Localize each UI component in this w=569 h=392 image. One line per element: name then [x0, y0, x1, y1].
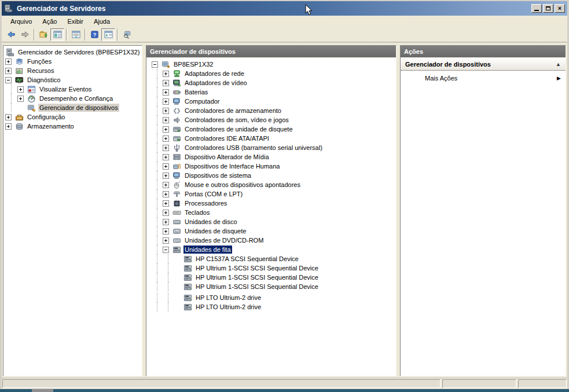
- tree-item-recursos[interactable]: Recursos: [3, 66, 142, 75]
- expander-plus-icon[interactable]: [163, 98, 169, 105]
- expander-plus-icon[interactable]: [163, 80, 169, 86]
- forward-arrow-button[interactable]: [18, 28, 32, 41]
- expander-minus-icon[interactable]: [5, 77, 12, 83]
- show-action-pane-button[interactable]: [101, 28, 115, 41]
- expander-plus-icon[interactable]: [5, 123, 12, 130]
- diagnostics-icon: [14, 75, 24, 85]
- tree-guide-line: [152, 263, 163, 273]
- tree-item-label: Desempenho e Confiança: [38, 94, 114, 102]
- tree-item-controladores-de-som-v-deo-e-jogos[interactable]: Controladores de som, vídeo e jogos: [146, 115, 396, 124]
- tree-item-controladores-ide-ata-atapi[interactable]: Controladores IDE ATA/ATAPI: [146, 134, 396, 143]
- export-list-button[interactable]: [36, 28, 50, 41]
- tree-item-processadores[interactable]: Processadores: [146, 199, 396, 208]
- expander-plus-icon[interactable]: [163, 219, 169, 225]
- title-bar[interactable]: Gerenciador de Servidores ×: [2, 1, 567, 16]
- tree-guide-line: [152, 217, 163, 226]
- tree-item-gerenciador-de-dispositivos[interactable]: Gerenciador de dispositivos: [3, 103, 142, 112]
- tree-item-controladores-usb-barramento-serial-universal[interactable]: Controladores USB (barramento serial uni…: [146, 143, 396, 152]
- expander-plus-icon[interactable]: [5, 58, 12, 65]
- expander-minus-icon[interactable]: [152, 61, 158, 68]
- show-console-tree-button[interactable]: [50, 28, 64, 41]
- new-window-button[interactable]: [120, 28, 134, 41]
- tree-item-controladores-de-unidade-de-disquete[interactable]: Controladores de unidade de disquete: [146, 124, 396, 134]
- tree-item-label: Controladores de armazenamento: [183, 107, 282, 115]
- maximize-button[interactable]: [543, 4, 553, 13]
- tree-guide-line: [152, 254, 163, 263]
- tree-item-desempenho-e-confian-a[interactable]: Desempenho e Confiança: [3, 94, 142, 103]
- expander-plus-icon[interactable]: [163, 108, 169, 114]
- tree-item-armazenamento[interactable]: Armazenamento: [3, 122, 142, 131]
- expander-plus-icon[interactable]: [17, 86, 24, 93]
- tree-item-hp-lto-ultrium-2-drive[interactable]: HP LTO Ultrium-2 drive: [146, 302, 396, 312]
- expander-minus-icon[interactable]: [163, 247, 169, 253]
- menu-acao[interactable]: Ação: [37, 17, 62, 26]
- tree-guide-line: [152, 236, 163, 245]
- tree-item-mouse-e-outros-dispositivos-apontadores[interactable]: Mouse e outros dispositivos apontadores: [146, 180, 396, 189]
- tree-item-unidades-de-disco[interactable]: Unidades de disco: [146, 217, 396, 226]
- tree-item-unidades-de-dvd-cd-rom[interactable]: Unidades de DVD/CD-ROM: [146, 236, 396, 245]
- expander-plus-icon[interactable]: [163, 200, 169, 207]
- tree-item-bp8esp1x32[interactable]: BP8ESP1X32: [146, 60, 396, 69]
- tree-item-hp-ultrium-1-scsi-scsi-sequential-device[interactable]: HP Ultrium 1-SCSI SCSI Sequential Device: [146, 273, 396, 282]
- tree-item-configura-o[interactable]: Configuração: [3, 112, 142, 122]
- action-section-title: Gerenciador de dispositivos: [405, 61, 491, 68]
- tree-item-label: Unidades de fita: [183, 246, 232, 254]
- tree-item-hp-c1537a-scsi-sequential-device[interactable]: HP C1537A SCSI Sequential Device: [146, 254, 396, 263]
- properties-window-button[interactable]: [69, 28, 83, 41]
- tree-item-gerenciador-de-servidores-bp8esp1x32[interactable]: Gerenciador de Servidores (BP8ESP1X32): [3, 47, 142, 57]
- tree-item-visualizar-eventos[interactable]: Visualizar Eventos: [3, 85, 142, 94]
- expander-plus-icon[interactable]: [163, 126, 169, 133]
- toolbar-separator: [117, 29, 118, 41]
- expander-plus-icon[interactable]: [163, 173, 169, 179]
- expander-plus-icon[interactable]: [163, 117, 169, 123]
- tree-item-portas-com-e-lpt[interactable]: Portas (COM e LPT): [146, 189, 396, 199]
- menu-ajuda[interactable]: Ajuda: [89, 17, 115, 26]
- tree-item-dispositivo-alterador-de-m-dia[interactable]: Dispositivo Alterador de Mídia: [146, 152, 396, 162]
- tree-item-teclados[interactable]: Teclados: [146, 208, 396, 217]
- tree-item-dispositivos-de-sistema[interactable]: Dispositivos de sistema: [146, 171, 396, 180]
- tree-item-label: BP8ESP1X32: [172, 60, 215, 68]
- expander-plus-icon[interactable]: [163, 163, 169, 170]
- tree-item-diagn-stico[interactable]: Diagnóstico: [3, 75, 142, 85]
- tree-item-fun-es[interactable]: Funções: [3, 57, 142, 66]
- expander-plus-icon[interactable]: [163, 71, 169, 77]
- menu-arquivo[interactable]: Arquivo: [5, 17, 37, 26]
- action-section-header[interactable]: Gerenciador de dispositivos▲: [401, 58, 566, 71]
- expander-plus-icon[interactable]: [17, 96, 24, 102]
- expander-plus-icon[interactable]: [163, 191, 169, 197]
- expander-plus-icon[interactable]: [163, 145, 169, 151]
- minimize-button[interactable]: [531, 4, 542, 13]
- toolbar-separator: [85, 29, 86, 41]
- tree-item-unidades-de-fita[interactable]: Unidades de fita: [146, 245, 396, 254]
- expander-plus-icon[interactable]: [163, 182, 169, 188]
- tree-item-computador[interactable]: Computador: [146, 97, 396, 106]
- tree-guide-line: [152, 115, 163, 124]
- expander-plus-icon[interactable]: [163, 210, 169, 216]
- tree-item-hp-ultrium-1-scsi-scsi-sequential-device[interactable]: HP Ultrium 1-SCSI SCSI Sequential Device: [146, 282, 396, 291]
- tree-item-hp-lto-ultrium-2-drive[interactable]: HP LTO Ultrium-2 drive: [146, 293, 396, 302]
- back-arrow-button[interactable]: [4, 28, 18, 41]
- help-button[interactable]: ?: [87, 28, 101, 41]
- expander-plus-icon[interactable]: [5, 114, 12, 120]
- expander-plus-icon[interactable]: [163, 228, 169, 235]
- chevron-up-icon[interactable]: ▲: [556, 61, 561, 67]
- tree-item-unidades-de-disquete[interactable]: Unidades de disquete: [146, 226, 396, 236]
- tree-item-baterias[interactable]: Baterias: [146, 87, 396, 97]
- tree-item-dispositivos-de-interface-humana[interactable]: Dispositivos de Interface Humana: [146, 162, 396, 171]
- close-button[interactable]: ×: [555, 4, 565, 13]
- expander-plus-icon[interactable]: [163, 89, 169, 96]
- tape-device-icon: [183, 273, 192, 282]
- device-tree: BP8ESP1X32Adaptadores de redeAdaptadores…: [146, 58, 396, 312]
- tree-item-controladores-de-armazenamento[interactable]: Controladores de armazenamento: [146, 106, 396, 115]
- tree-item-hp-ultrium-1-scsi-scsi-sequential-device[interactable]: HP Ultrium 1-SCSI SCSI Sequential Device: [146, 263, 396, 273]
- tree-item-adaptadores-de-v-deo[interactable]: Adaptadores de vídeo: [146, 78, 396, 87]
- action-item-mais-a-es[interactable]: Mais Ações▶: [401, 71, 566, 85]
- server-manager-icon: [4, 4, 14, 13]
- expander-plus-icon[interactable]: [163, 154, 169, 160]
- menu-exibir[interactable]: Exibir: [62, 17, 89, 26]
- expander-plus-icon[interactable]: [163, 237, 169, 244]
- tree-item-adaptadores-de-rede[interactable]: Adaptadores de rede: [146, 69, 396, 78]
- toolbar-separator: [66, 29, 67, 41]
- expander-plus-icon[interactable]: [163, 135, 169, 142]
- expander-plus-icon[interactable]: [5, 68, 12, 74]
